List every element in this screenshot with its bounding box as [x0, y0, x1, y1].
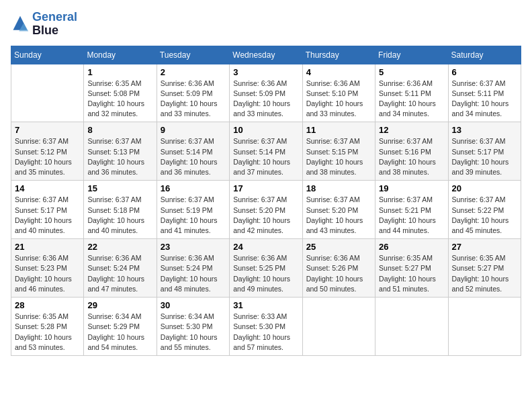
week-row-1: 1Sunrise: 6:35 AM Sunset: 5:08 PM Daylig…: [11, 64, 521, 122]
day-info: Sunrise: 6:37 AM Sunset: 5:14 PM Dayligh…: [233, 136, 298, 177]
day-number: 13: [452, 125, 517, 135]
calendar-cell: 2Sunrise: 6:36 AM Sunset: 5:09 PM Daylig…: [157, 64, 229, 122]
day-number: 28: [15, 300, 80, 310]
calendar-cell: 18Sunrise: 6:37 AM Sunset: 5:20 PM Dayli…: [302, 181, 375, 239]
calendar-cell: 21Sunrise: 6:36 AM Sunset: 5:23 PM Dayli…: [11, 239, 84, 298]
column-header-saturday: Saturday: [448, 46, 521, 64]
calendar-cell: 5Sunrise: 6:36 AM Sunset: 5:11 PM Daylig…: [375, 64, 448, 122]
calendar-cell: [448, 298, 521, 356]
calendar-cell: [375, 298, 448, 356]
calendar-cell: [11, 64, 84, 122]
day-info: Sunrise: 6:34 AM Sunset: 5:29 PM Dayligh…: [87, 312, 152, 353]
day-info: Sunrise: 6:37 AM Sunset: 5:17 PM Dayligh…: [452, 136, 517, 177]
column-header-wednesday: Wednesday: [230, 46, 302, 64]
calendar-cell: 6Sunrise: 6:37 AM Sunset: 5:11 PM Daylig…: [448, 64, 521, 122]
day-info: Sunrise: 6:37 AM Sunset: 5:16 PM Dayligh…: [379, 136, 444, 177]
day-info: Sunrise: 6:36 AM Sunset: 5:09 PM Dayligh…: [161, 79, 226, 120]
day-number: 22: [87, 242, 152, 252]
page-header: General Blue: [11, 11, 521, 38]
calendar-cell: 10Sunrise: 6:37 AM Sunset: 5:14 PM Dayli…: [230, 122, 302, 181]
day-info: Sunrise: 6:36 AM Sunset: 5:25 PM Dayligh…: [233, 253, 298, 294]
day-number: 29: [87, 300, 152, 310]
column-header-thursday: Thursday: [302, 46, 375, 64]
column-header-sunday: Sunday: [11, 46, 84, 64]
day-number: 19: [379, 183, 444, 193]
day-number: 23: [161, 242, 226, 252]
day-number: 27: [452, 242, 517, 252]
day-info: Sunrise: 6:37 AM Sunset: 5:17 PM Dayligh…: [15, 195, 80, 236]
day-number: 24: [233, 242, 298, 252]
day-number: 16: [161, 183, 226, 193]
column-header-tuesday: Tuesday: [157, 46, 229, 64]
day-number: 1: [87, 67, 152, 77]
day-info: Sunrise: 6:36 AM Sunset: 5:23 PM Dayligh…: [15, 253, 80, 294]
calendar-cell: 11Sunrise: 6:37 AM Sunset: 5:15 PM Dayli…: [302, 122, 375, 181]
calendar-cell: 12Sunrise: 6:37 AM Sunset: 5:16 PM Dayli…: [375, 122, 448, 181]
day-number: 21: [15, 242, 80, 252]
logo-text: General Blue: [32, 11, 77, 38]
logo-icon: [11, 15, 30, 34]
calendar-cell: 1Sunrise: 6:35 AM Sunset: 5:08 PM Daylig…: [84, 64, 157, 122]
calendar-cell: 24Sunrise: 6:36 AM Sunset: 5:25 PM Dayli…: [230, 239, 302, 298]
day-info: Sunrise: 6:36 AM Sunset: 5:09 PM Dayligh…: [233, 79, 298, 120]
day-number: 26: [379, 242, 444, 252]
week-row-2: 7Sunrise: 6:37 AM Sunset: 5:12 PM Daylig…: [11, 122, 521, 181]
day-info: Sunrise: 6:37 AM Sunset: 5:20 PM Dayligh…: [306, 195, 371, 236]
calendar-cell: [302, 298, 375, 356]
day-info: Sunrise: 6:37 AM Sunset: 5:20 PM Dayligh…: [233, 195, 298, 236]
day-info: Sunrise: 6:36 AM Sunset: 5:11 PM Dayligh…: [379, 79, 444, 120]
calendar-cell: 30Sunrise: 6:34 AM Sunset: 5:30 PM Dayli…: [157, 298, 229, 356]
day-info: Sunrise: 6:33 AM Sunset: 5:30 PM Dayligh…: [233, 312, 298, 353]
day-info: Sunrise: 6:36 AM Sunset: 5:10 PM Dayligh…: [306, 79, 371, 120]
calendar-cell: 3Sunrise: 6:36 AM Sunset: 5:09 PM Daylig…: [230, 64, 302, 122]
day-info: Sunrise: 6:34 AM Sunset: 5:30 PM Dayligh…: [161, 312, 226, 353]
day-number: 7: [15, 125, 80, 135]
logo: General Blue: [11, 11, 77, 38]
calendar-table: SundayMondayTuesdayWednesdayThursdayFrid…: [11, 46, 521, 356]
day-info: Sunrise: 6:36 AM Sunset: 5:26 PM Dayligh…: [306, 253, 371, 294]
week-row-4: 21Sunrise: 6:36 AM Sunset: 5:23 PM Dayli…: [11, 239, 521, 298]
header-row: SundayMondayTuesdayWednesdayThursdayFrid…: [11, 46, 521, 64]
day-number: 31: [233, 300, 298, 310]
day-number: 3: [233, 67, 298, 77]
calendar-cell: 29Sunrise: 6:34 AM Sunset: 5:29 PM Dayli…: [84, 298, 157, 356]
day-number: 8: [87, 125, 152, 135]
day-info: Sunrise: 6:35 AM Sunset: 5:08 PM Dayligh…: [87, 79, 152, 120]
calendar-cell: 17Sunrise: 6:37 AM Sunset: 5:20 PM Dayli…: [230, 181, 302, 239]
day-info: Sunrise: 6:37 AM Sunset: 5:22 PM Dayligh…: [452, 195, 517, 236]
day-number: 4: [306, 67, 371, 77]
column-header-friday: Friday: [375, 46, 448, 64]
day-number: 9: [161, 125, 226, 135]
calendar-cell: 4Sunrise: 6:36 AM Sunset: 5:10 PM Daylig…: [302, 64, 375, 122]
calendar-cell: 13Sunrise: 6:37 AM Sunset: 5:17 PM Dayli…: [448, 122, 521, 181]
day-info: Sunrise: 6:37 AM Sunset: 5:21 PM Dayligh…: [379, 195, 444, 236]
calendar-cell: 27Sunrise: 6:35 AM Sunset: 5:27 PM Dayli…: [448, 239, 521, 298]
day-info: Sunrise: 6:37 AM Sunset: 5:13 PM Dayligh…: [87, 136, 152, 177]
calendar-cell: 9Sunrise: 6:37 AM Sunset: 5:14 PM Daylig…: [157, 122, 229, 181]
calendar-cell: 23Sunrise: 6:36 AM Sunset: 5:24 PM Dayli…: [157, 239, 229, 298]
day-info: Sunrise: 6:37 AM Sunset: 5:15 PM Dayligh…: [306, 136, 371, 177]
day-number: 17: [233, 183, 298, 193]
week-row-5: 28Sunrise: 6:35 AM Sunset: 5:28 PM Dayli…: [11, 298, 521, 356]
calendar-cell: 26Sunrise: 6:35 AM Sunset: 5:27 PM Dayli…: [375, 239, 448, 298]
calendar-cell: 25Sunrise: 6:36 AM Sunset: 5:26 PM Dayli…: [302, 239, 375, 298]
day-info: Sunrise: 6:37 AM Sunset: 5:11 PM Dayligh…: [452, 79, 517, 120]
calendar-cell: 14Sunrise: 6:37 AM Sunset: 5:17 PM Dayli…: [11, 181, 84, 239]
calendar-cell: 22Sunrise: 6:36 AM Sunset: 5:24 PM Dayli…: [84, 239, 157, 298]
day-number: 18: [306, 183, 371, 193]
day-number: 14: [15, 183, 80, 193]
day-info: Sunrise: 6:37 AM Sunset: 5:12 PM Dayligh…: [15, 136, 80, 177]
day-number: 25: [306, 242, 371, 252]
calendar-cell: 7Sunrise: 6:37 AM Sunset: 5:12 PM Daylig…: [11, 122, 84, 181]
column-header-monday: Monday: [84, 46, 157, 64]
week-row-3: 14Sunrise: 6:37 AM Sunset: 5:17 PM Dayli…: [11, 181, 521, 239]
day-number: 15: [87, 183, 152, 193]
day-number: 12: [379, 125, 444, 135]
day-number: 10: [233, 125, 298, 135]
calendar-cell: 31Sunrise: 6:33 AM Sunset: 5:30 PM Dayli…: [230, 298, 302, 356]
calendar-cell: 16Sunrise: 6:37 AM Sunset: 5:19 PM Dayli…: [157, 181, 229, 239]
day-info: Sunrise: 6:36 AM Sunset: 5:24 PM Dayligh…: [87, 253, 152, 294]
calendar-cell: 8Sunrise: 6:37 AM Sunset: 5:13 PM Daylig…: [84, 122, 157, 181]
day-info: Sunrise: 6:35 AM Sunset: 5:28 PM Dayligh…: [15, 312, 80, 353]
calendar-cell: 28Sunrise: 6:35 AM Sunset: 5:28 PM Dayli…: [11, 298, 84, 356]
